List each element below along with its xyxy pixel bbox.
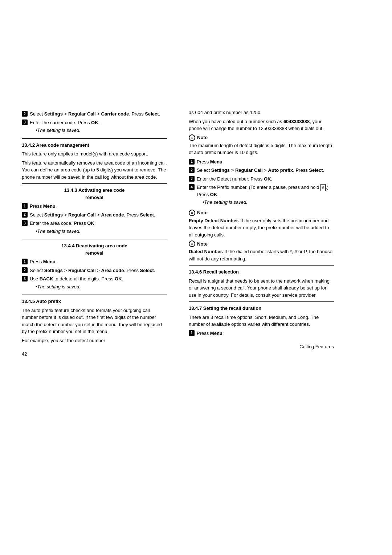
step-1343-2-content: Select Settings > Regular Call > Area co…: [30, 211, 167, 219]
step-1344-3: 3 Use BACK to delete all the digits. Pre…: [22, 275, 167, 292]
divider-1344: [22, 239, 167, 239]
note-box-3: = Note Dialed Number. If the dialed numb…: [189, 240, 334, 262]
step-num-2r: 2: [189, 167, 195, 173]
section-1347-para1: There are 3 recall time options: Short, …: [189, 314, 334, 328]
section-1345-para2: For example, you set the detect number: [22, 337, 167, 344]
step-2-intro: 2 Select Settings > Regular Call > Carri…: [22, 110, 167, 118]
step-num-3: 3: [22, 119, 28, 125]
settings-bold: Settings: [44, 111, 63, 117]
regular-call-bold-3: Regular Call: [68, 268, 96, 273]
ok-bold: OK: [91, 120, 98, 125]
step-1344-1: 1 Press Menu.: [22, 258, 167, 266]
step-1347-1: 1 Press Menu.: [189, 330, 334, 337]
left-column: 2 Select Settings > Regular Call > Carri…: [0, 0, 178, 555]
note-icon-1: =: [189, 134, 195, 141]
ok-bold-3: OK: [115, 276, 122, 281]
section-1345-title: 13.4.5 Auto prefix: [22, 298, 167, 305]
step-num-2b: 2: [22, 212, 28, 218]
note-box-1: = Note The maximum length of detect digi…: [189, 134, 334, 156]
page-number: 42: [22, 351, 27, 357]
select-bold: Select: [145, 111, 159, 117]
step-num-1: 1: [22, 203, 28, 209]
select-bold-3: Select: [140, 268, 154, 273]
area-code-bold: Area code: [101, 212, 124, 218]
step-1343-1-content: Press Menu.: [30, 203, 167, 210]
step-3-intro: 3 Enter the carrier code. Press OK. The …: [22, 119, 167, 135]
note-3-para: Dialed Number. If the dialed number star…: [189, 248, 334, 262]
divider-1342: [22, 138, 167, 139]
step-1344-2: 2 Select Settings > Regular Call > Area …: [22, 267, 167, 274]
section-1344-title: 13.4.4 Deactivating area code removal: [22, 242, 167, 256]
hash-key: #: [320, 184, 326, 191]
step-1345r-1-content: Press Menu.: [197, 158, 334, 166]
step-1345r-2: 2 Select Settings > Regular Call > Auto …: [189, 167, 334, 174]
regular-call-bold-r: Regular Call: [235, 167, 263, 173]
divider-1346: [189, 265, 334, 266]
step-1345r-1: 1 Press Menu.: [189, 158, 334, 166]
empty-detect-bold: Empty Detect Number.: [189, 218, 239, 223]
regular-call-bold: Regular Call: [68, 111, 96, 117]
note-header-3: = Note: [189, 240, 334, 247]
dialed-number-bold: Dialed Number.: [189, 249, 223, 254]
note-icon-2: =: [189, 210, 195, 216]
right-intro-para1: as 604 and prefix number as 1250.: [189, 109, 334, 116]
menu-bold-r: Menu: [210, 159, 222, 165]
step-2-content: Select Settings > Regular Call > Carrier…: [30, 110, 167, 118]
step-1343-3-content: Enter the area code. Press OK. The setti…: [30, 220, 167, 236]
section-1346-para: Recall is a signal that needs to be sent…: [189, 278, 334, 299]
step-num-4r: 4: [189, 184, 195, 190]
step-1345r-3-content: Enter the Detect number. Press OK.: [197, 175, 334, 183]
back-bold: BACK: [40, 276, 53, 281]
ok-bold-2: OK: [87, 220, 94, 226]
phone-number-bold: 6043338888: [283, 119, 310, 124]
step-3-content: Enter the carrier code. Press OK. The se…: [30, 119, 167, 135]
section-1342-para2: This feature automatically removes the a…: [22, 159, 167, 181]
step-num-1r: 1: [189, 159, 195, 165]
divider-1343: [22, 183, 167, 184]
section-1346-title: 13.4.6 Recall selection: [189, 268, 334, 276]
setting-saved-bullet: The setting is saved.: [36, 127, 167, 134]
note-2-para: Empty Detect Number. If the user only se…: [189, 217, 334, 239]
menu-bold: Menu: [43, 203, 56, 209]
step-num-2c: 2: [22, 267, 28, 273]
ok-bold-r2: OK: [210, 192, 217, 197]
right-column: as 604 and prefix number as 1250. When y…: [178, 0, 356, 555]
section-1343-title: 13.4.3 Activating area code removal: [22, 187, 167, 201]
step-1345r-2-content: Select Settings > Regular Call > Auto pr…: [197, 167, 334, 174]
divider-1347: [189, 301, 334, 302]
divider-1345: [22, 295, 167, 295]
auto-prefix-bold: Auto prefix: [268, 167, 293, 173]
step-num-3b: 3: [22, 220, 28, 226]
settings-bold-2: Settings: [44, 212, 63, 218]
step-num-2: 2: [22, 111, 28, 117]
menu-bold-2: Menu: [43, 259, 56, 264]
setting-saved-bullet-2: The setting is saved.: [36, 228, 167, 235]
page: 2 Select Settings > Regular Call > Carri…: [0, 0, 392, 555]
note-icon-3: =: [189, 240, 195, 247]
area-code-bold-2: Area code: [101, 268, 124, 273]
settings-bold-3: Settings: [44, 268, 63, 273]
step-1345r-4-content: Enter the Prefix number. (To enter a pau…: [197, 184, 334, 207]
page-label: Calling Features: [299, 344, 334, 349]
step-num-1c: 1: [22, 259, 28, 264]
page-footer-right: Calling Features: [189, 344, 334, 349]
setting-saved-bullet-3: The setting is saved.: [36, 283, 167, 291]
step-1344-1-content: Press Menu.: [30, 258, 167, 266]
section-1342-para1: This feature only applies to model(s) wi…: [22, 150, 167, 158]
settings-bold-r: Settings: [211, 167, 230, 173]
step-num-1347: 1: [189, 330, 195, 336]
step-1345r-4: 4 Enter the Prefix number. (To enter a p…: [189, 184, 334, 207]
note-header-1: = Note: [189, 134, 334, 141]
step-1344-3-content: Use BACK to delete all the digits. Press…: [30, 275, 167, 292]
step-1343-1: 1 Press Menu.: [22, 203, 167, 210]
select-bold-2: Select: [140, 212, 154, 218]
right-intro-para2: When you have dialed out a number such a…: [189, 118, 334, 132]
note-1-para: The maximum length of detect digits is 5…: [189, 142, 334, 156]
step-num-3r: 3: [189, 176, 195, 182]
select-bold-r: Select: [309, 167, 323, 173]
setting-saved-bullet-r: The setting is saved.: [203, 199, 334, 206]
note-header-2: = Note: [189, 210, 334, 216]
section-1345-para1: The auto prefix feature checks and forma…: [22, 307, 167, 335]
step-num-3c: 3: [22, 276, 28, 281]
step-1343-2: 2 Select Settings > Regular Call > Area …: [22, 211, 167, 219]
